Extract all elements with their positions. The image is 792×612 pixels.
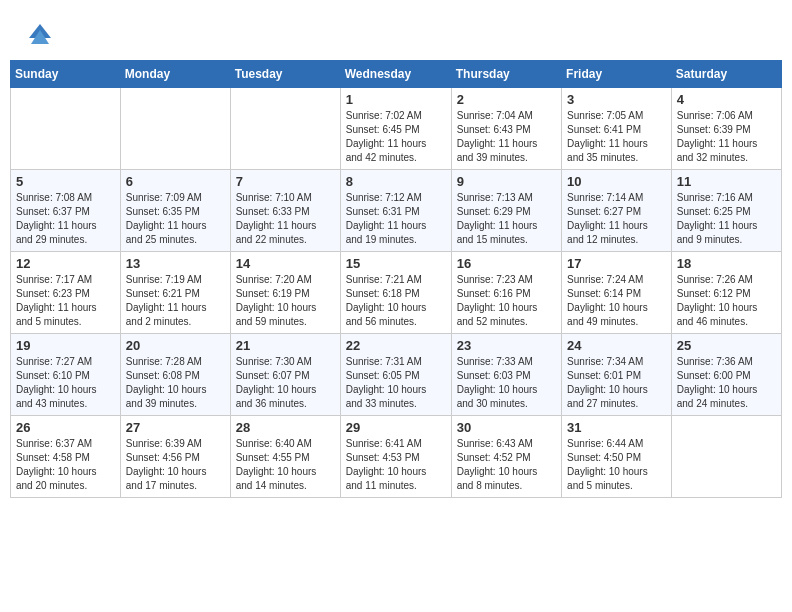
day-number: 6 — [126, 174, 225, 189]
day-number: 25 — [677, 338, 776, 353]
day-number: 7 — [236, 174, 335, 189]
day-number: 16 — [457, 256, 556, 271]
day-info: Sunrise: 7:13 AMSunset: 6:29 PMDaylight:… — [457, 191, 556, 247]
day-number: 1 — [346, 92, 446, 107]
day-info: Sunrise: 7:20 AMSunset: 6:19 PMDaylight:… — [236, 273, 335, 329]
day-number: 27 — [126, 420, 225, 435]
calendar-cell — [671, 416, 781, 498]
calendar-cell: 15Sunrise: 7:21 AMSunset: 6:18 PMDayligh… — [340, 252, 451, 334]
calendar-cell: 20Sunrise: 7:28 AMSunset: 6:08 PMDayligh… — [120, 334, 230, 416]
day-number: 11 — [677, 174, 776, 189]
header-saturday: Saturday — [671, 61, 781, 88]
day-info: Sunrise: 7:12 AMSunset: 6:31 PMDaylight:… — [346, 191, 446, 247]
day-info: Sunrise: 6:40 AMSunset: 4:55 PMDaylight:… — [236, 437, 335, 493]
day-info: Sunrise: 7:33 AMSunset: 6:03 PMDaylight:… — [457, 355, 556, 411]
calendar-cell: 19Sunrise: 7:27 AMSunset: 6:10 PMDayligh… — [11, 334, 121, 416]
day-info: Sunrise: 7:30 AMSunset: 6:07 PMDaylight:… — [236, 355, 335, 411]
day-number: 20 — [126, 338, 225, 353]
calendar-week-row: 19Sunrise: 7:27 AMSunset: 6:10 PMDayligh… — [11, 334, 782, 416]
calendar-cell: 24Sunrise: 7:34 AMSunset: 6:01 PMDayligh… — [562, 334, 672, 416]
calendar-cell: 16Sunrise: 7:23 AMSunset: 6:16 PMDayligh… — [451, 252, 561, 334]
day-info: Sunrise: 7:08 AMSunset: 6:37 PMDaylight:… — [16, 191, 115, 247]
day-number: 2 — [457, 92, 556, 107]
day-number: 3 — [567, 92, 666, 107]
calendar-cell: 21Sunrise: 7:30 AMSunset: 6:07 PMDayligh… — [230, 334, 340, 416]
day-info: Sunrise: 7:19 AMSunset: 6:21 PMDaylight:… — [126, 273, 225, 329]
header-sunday: Sunday — [11, 61, 121, 88]
day-info: Sunrise: 7:23 AMSunset: 6:16 PMDaylight:… — [457, 273, 556, 329]
day-info: Sunrise: 7:34 AMSunset: 6:01 PMDaylight:… — [567, 355, 666, 411]
calendar-cell: 29Sunrise: 6:41 AMSunset: 4:53 PMDayligh… — [340, 416, 451, 498]
calendar-table: SundayMondayTuesdayWednesdayThursdayFrid… — [10, 60, 782, 498]
calendar-cell: 9Sunrise: 7:13 AMSunset: 6:29 PMDaylight… — [451, 170, 561, 252]
day-info: Sunrise: 7:06 AMSunset: 6:39 PMDaylight:… — [677, 109, 776, 165]
calendar-cell: 7Sunrise: 7:10 AMSunset: 6:33 PMDaylight… — [230, 170, 340, 252]
calendar-cell: 12Sunrise: 7:17 AMSunset: 6:23 PMDayligh… — [11, 252, 121, 334]
day-info: Sunrise: 6:39 AMSunset: 4:56 PMDaylight:… — [126, 437, 225, 493]
day-number: 31 — [567, 420, 666, 435]
day-number: 29 — [346, 420, 446, 435]
calendar-cell: 18Sunrise: 7:26 AMSunset: 6:12 PMDayligh… — [671, 252, 781, 334]
day-info: Sunrise: 7:02 AMSunset: 6:45 PMDaylight:… — [346, 109, 446, 165]
day-info: Sunrise: 7:31 AMSunset: 6:05 PMDaylight:… — [346, 355, 446, 411]
logo — [25, 20, 59, 50]
day-number: 10 — [567, 174, 666, 189]
day-info: Sunrise: 7:36 AMSunset: 6:00 PMDaylight:… — [677, 355, 776, 411]
day-info: Sunrise: 7:17 AMSunset: 6:23 PMDaylight:… — [16, 273, 115, 329]
calendar-cell — [11, 88, 121, 170]
day-info: Sunrise: 7:16 AMSunset: 6:25 PMDaylight:… — [677, 191, 776, 247]
day-info: Sunrise: 7:24 AMSunset: 6:14 PMDaylight:… — [567, 273, 666, 329]
calendar-cell: 27Sunrise: 6:39 AMSunset: 4:56 PMDayligh… — [120, 416, 230, 498]
day-number: 19 — [16, 338, 115, 353]
day-info: Sunrise: 7:26 AMSunset: 6:12 PMDaylight:… — [677, 273, 776, 329]
calendar-cell: 6Sunrise: 7:09 AMSunset: 6:35 PMDaylight… — [120, 170, 230, 252]
calendar-cell: 8Sunrise: 7:12 AMSunset: 6:31 PMDaylight… — [340, 170, 451, 252]
day-number: 18 — [677, 256, 776, 271]
day-info: Sunrise: 7:05 AMSunset: 6:41 PMDaylight:… — [567, 109, 666, 165]
logo-icon — [25, 20, 55, 50]
calendar-cell — [230, 88, 340, 170]
calendar-cell: 31Sunrise: 6:44 AMSunset: 4:50 PMDayligh… — [562, 416, 672, 498]
calendar-cell: 3Sunrise: 7:05 AMSunset: 6:41 PMDaylight… — [562, 88, 672, 170]
calendar-cell: 28Sunrise: 6:40 AMSunset: 4:55 PMDayligh… — [230, 416, 340, 498]
header-wednesday: Wednesday — [340, 61, 451, 88]
calendar-cell: 25Sunrise: 7:36 AMSunset: 6:00 PMDayligh… — [671, 334, 781, 416]
day-number: 14 — [236, 256, 335, 271]
day-info: Sunrise: 7:10 AMSunset: 6:33 PMDaylight:… — [236, 191, 335, 247]
header-friday: Friday — [562, 61, 672, 88]
header-tuesday: Tuesday — [230, 61, 340, 88]
day-number: 24 — [567, 338, 666, 353]
day-info: Sunrise: 7:14 AMSunset: 6:27 PMDaylight:… — [567, 191, 666, 247]
day-info: Sunrise: 6:41 AMSunset: 4:53 PMDaylight:… — [346, 437, 446, 493]
page-header — [10, 10, 782, 55]
day-number: 23 — [457, 338, 556, 353]
calendar-cell: 17Sunrise: 7:24 AMSunset: 6:14 PMDayligh… — [562, 252, 672, 334]
day-number: 9 — [457, 174, 556, 189]
day-number: 5 — [16, 174, 115, 189]
calendar-cell: 5Sunrise: 7:08 AMSunset: 6:37 PMDaylight… — [11, 170, 121, 252]
day-number: 4 — [677, 92, 776, 107]
calendar-cell: 11Sunrise: 7:16 AMSunset: 6:25 PMDayligh… — [671, 170, 781, 252]
day-info: Sunrise: 6:43 AMSunset: 4:52 PMDaylight:… — [457, 437, 556, 493]
day-number: 21 — [236, 338, 335, 353]
day-number: 28 — [236, 420, 335, 435]
calendar-week-row: 12Sunrise: 7:17 AMSunset: 6:23 PMDayligh… — [11, 252, 782, 334]
day-info: Sunrise: 6:44 AMSunset: 4:50 PMDaylight:… — [567, 437, 666, 493]
day-info: Sunrise: 7:04 AMSunset: 6:43 PMDaylight:… — [457, 109, 556, 165]
day-number: 8 — [346, 174, 446, 189]
calendar-cell — [120, 88, 230, 170]
day-number: 15 — [346, 256, 446, 271]
calendar-cell: 1Sunrise: 7:02 AMSunset: 6:45 PMDaylight… — [340, 88, 451, 170]
day-number: 30 — [457, 420, 556, 435]
calendar-week-row: 5Sunrise: 7:08 AMSunset: 6:37 PMDaylight… — [11, 170, 782, 252]
day-info: Sunrise: 7:09 AMSunset: 6:35 PMDaylight:… — [126, 191, 225, 247]
calendar-header-row: SundayMondayTuesdayWednesdayThursdayFrid… — [11, 61, 782, 88]
calendar-cell: 4Sunrise: 7:06 AMSunset: 6:39 PMDaylight… — [671, 88, 781, 170]
calendar-cell: 30Sunrise: 6:43 AMSunset: 4:52 PMDayligh… — [451, 416, 561, 498]
calendar-cell: 23Sunrise: 7:33 AMSunset: 6:03 PMDayligh… — [451, 334, 561, 416]
day-number: 12 — [16, 256, 115, 271]
day-number: 17 — [567, 256, 666, 271]
calendar-cell: 2Sunrise: 7:04 AMSunset: 6:43 PMDaylight… — [451, 88, 561, 170]
calendar-cell: 14Sunrise: 7:20 AMSunset: 6:19 PMDayligh… — [230, 252, 340, 334]
day-info: Sunrise: 7:28 AMSunset: 6:08 PMDaylight:… — [126, 355, 225, 411]
